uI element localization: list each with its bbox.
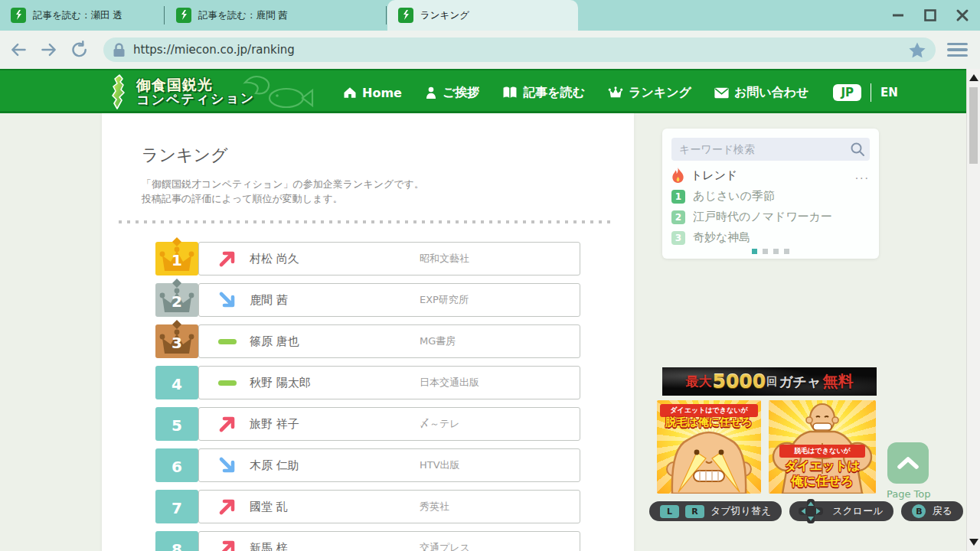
carousel-dot[interactable] <box>773 249 779 254</box>
search-icon[interactable] <box>850 142 865 157</box>
ranking-row[interactable]: 4 秋野 陽太郎 日本交通出版 <box>155 366 580 399</box>
ranking-entry[interactable]: 秋野 陽太郎 日本交通出版 <box>198 366 580 399</box>
nav-item-ranking[interactable]: ランキング <box>608 85 691 101</box>
hint-scroll-label: スクロール <box>832 504 883 518</box>
mail-icon <box>714 87 729 99</box>
reload-button[interactable] <box>70 41 89 59</box>
browser-tab-3-active[interactable]: ランキング <box>387 0 578 31</box>
ad-main-text-2: 俺に任せろ <box>769 474 876 490</box>
trend-more-button[interactable]: ... <box>855 169 870 181</box>
ranking-entry[interactable]: 木原 仁助 HTV出版 <box>198 448 580 482</box>
scroll-up-arrow[interactable] <box>969 74 978 81</box>
carousel-dot[interactable] <box>784 249 789 254</box>
ad-main-text: 脱毛は俺に任せろ <box>657 416 761 429</box>
carousel-dot[interactable] <box>752 249 757 254</box>
nav-item-articles[interactable]: 記事を読む <box>502 85 585 101</box>
site-favicon-icon <box>11 8 26 23</box>
ad-hair-removal[interactable]: ダイエットはできないが 脱毛は俺に任せろ <box>657 400 761 494</box>
rank-badge: 8 <box>155 531 198 551</box>
page-top-label: Page Top <box>887 488 929 500</box>
trend-item[interactable]: 3 奇妙な神島 <box>671 230 870 245</box>
trend-label: あじさいの季節 <box>693 189 775 204</box>
site-navbar: 御食国鋭光 コンペティション Home ご挨拶 記事を読む ランキング <box>0 69 966 113</box>
trend-arrow-icon <box>217 455 237 475</box>
browser-tab-1[interactable]: 記事を読む：瀬田 透 <box>0 0 165 31</box>
lang-en-button[interactable]: EN <box>880 86 898 99</box>
rank-badge: 3 <box>155 324 198 358</box>
maximize-button[interactable] <box>923 8 937 22</box>
participant-name: 鹿間 茜 <box>250 293 288 308</box>
gacha-ad-banner[interactable]: 最大5000回ガチャ無料 <box>662 367 877 396</box>
book-icon <box>502 86 518 99</box>
carousel-dots <box>662 249 879 254</box>
carousel-dot[interactable] <box>763 249 768 254</box>
rank-badge: 2 <box>155 283 198 317</box>
participant-company: 交通プレス <box>420 541 470 551</box>
rank-number: 5 <box>155 407 198 441</box>
site-favicon-icon <box>398 8 413 23</box>
mie-prefecture-icon <box>107 74 130 109</box>
participant-name: 國堂 乱 <box>250 500 288 514</box>
scrollbar-thumb[interactable] <box>969 87 978 164</box>
page-top-button[interactable]: Page Top <box>887 442 929 500</box>
ranking-entry[interactable]: 鹿間 茜 EXP研究所 <box>198 283 580 317</box>
trend-rank-badge: 3 <box>671 231 685 245</box>
logo-line2: コンペティション <box>136 92 255 108</box>
trend-arrow-icon <box>217 290 237 310</box>
ad-diet[interactable]: 脱毛はできないが ダイエットは 俺に任せろ <box>769 400 876 494</box>
ranking-entry[interactable]: 新馬 梓 交通プレス <box>198 531 580 551</box>
ranking-row[interactable]: 3 篠原 唐也 MG書房 <box>155 324 580 358</box>
hint-tab-switch-label: タブ切り替え <box>710 504 771 518</box>
rank-badge: 4 <box>155 366 198 399</box>
menu-button[interactable] <box>947 41 968 58</box>
person-icon <box>425 86 437 99</box>
ranking-list: 1 村松 尚久 昭和文藝社 <box>155 242 580 551</box>
participant-company: HTV出版 <box>420 458 460 472</box>
flame-icon <box>671 168 684 183</box>
url-bar[interactable]: https://miecon.co.jp/ranking <box>103 37 936 62</box>
minimize-button[interactable] <box>891 8 905 22</box>
close-button[interactable] <box>956 8 969 22</box>
home-icon <box>343 86 357 99</box>
bookmark-star-icon[interactable] <box>908 41 926 59</box>
r-button-icon: R <box>685 505 704 518</box>
main-content-card: ランキング 「御饌国鋭才コンペティション」の参加企業ランキングです。 投稿記事の… <box>102 113 634 551</box>
rank-number: 4 <box>155 366 198 399</box>
forward-button[interactable] <box>40 41 58 59</box>
bald-man-face-illustration <box>662 422 756 494</box>
trend-label: 奇妙な神島 <box>693 230 750 245</box>
scrollbar[interactable] <box>966 69 980 551</box>
rank-number: 1 <box>155 242 198 276</box>
crown-icon <box>608 86 623 99</box>
participant-name: 秋野 陽太郎 <box>250 376 311 390</box>
browser-tab-2[interactable]: 記事を読む：鹿間 茜 <box>165 0 387 31</box>
trend-widget: トレンド ... 1 あじさいの季節 2 江戸時代のノマドワーカー 3 奇妙な神… <box>662 129 879 259</box>
ranking-entry[interactable]: 村松 尚久 昭和文藝社 <box>198 242 580 276</box>
nav-item-home[interactable]: Home <box>343 86 402 100</box>
trend-title: トレンド <box>691 168 737 183</box>
ranking-row[interactable]: 8 新馬 梓 交通プレス <box>155 531 580 551</box>
rank-number: 2 <box>155 283 198 317</box>
dpad-icon <box>797 497 825 525</box>
lang-jp-button[interactable]: JP <box>833 84 861 101</box>
trend-item[interactable]: 2 江戸時代のノマドワーカー <box>671 210 870 224</box>
ranking-row[interactable]: 1 村松 尚久 昭和文藝社 <box>155 242 580 276</box>
tab-title: 記事を読む：瀬田 透 <box>33 9 122 22</box>
ranking-row[interactable]: 5 旅野 祥子 〆～テレ <box>155 407 580 441</box>
ranking-row[interactable]: 2 鹿間 茜 EXP研究所 <box>155 283 580 317</box>
tab-separator <box>386 6 387 24</box>
nav-item-contact[interactable]: お問い合わせ <box>714 85 809 101</box>
ranking-entry[interactable]: 旅野 祥子 〆～テレ <box>198 407 580 441</box>
nav-item-greeting[interactable]: ご挨拶 <box>425 85 479 101</box>
ranking-row[interactable]: 7 國堂 乱 秀英社 <box>155 490 580 523</box>
search-input[interactable] <box>671 138 870 161</box>
site-logo[interactable]: 御食国鋭光 コンペティション <box>107 72 255 112</box>
url-text: https://miecon.co.jp/ranking <box>133 43 908 57</box>
ranking-entry[interactable]: 國堂 乱 秀英社 <box>198 490 580 523</box>
ranking-entry[interactable]: 篠原 唐也 MG書房 <box>198 324 580 358</box>
back-button[interactable] <box>9 41 28 59</box>
scroll-down-arrow[interactable] <box>969 539 978 546</box>
trend-label: 江戸時代のノマドワーカー <box>693 210 832 224</box>
trend-item[interactable]: 1 あじさいの季節 <box>671 189 870 204</box>
ranking-row[interactable]: 6 木原 仁助 HTV出版 <box>155 448 580 482</box>
